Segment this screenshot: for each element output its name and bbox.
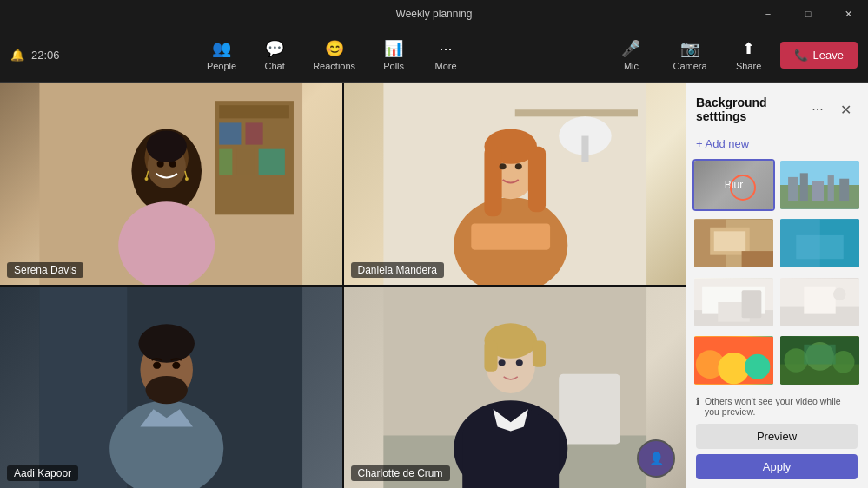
toolbar-reactions[interactable]: 😊 Reactions	[302, 34, 366, 76]
video-grid: Serena Davis	[0, 83, 686, 488]
toolbar-mic[interactable]: 🎤 Mic	[606, 34, 655, 76]
colorful-preview	[694, 336, 773, 385]
svg-point-35	[138, 324, 195, 362]
bg-option-blur[interactable]: Blur	[692, 159, 775, 211]
toolbar-camera[interactable]: 📷 Camera	[662, 34, 717, 76]
name-tag-serena: Serena Davis	[7, 262, 83, 278]
info-text: Others won't see your video while you pr…	[705, 396, 858, 417]
close-button[interactable]: ✕	[828, 0, 868, 28]
svg-point-29	[514, 163, 521, 169]
info-icon: ℹ	[696, 396, 699, 406]
panel-footer: ℹ Others won't see your video while you …	[686, 389, 868, 488]
add-new-button[interactable]: + Add new	[686, 132, 868, 159]
toolbar-share[interactable]: ⬆ Share	[725, 34, 773, 76]
chat-label: Chat	[265, 61, 285, 71]
blur-preview: Blur	[694, 161, 773, 209]
svg-rect-7	[259, 149, 285, 175]
panel-close-button[interactable]: ✕	[833, 97, 858, 122]
name-tag-charlotte: Charlotte de Crum	[351, 465, 450, 481]
notification-icon: 🔔	[10, 49, 24, 62]
svg-rect-27	[527, 147, 545, 213]
mic-label: Mic	[624, 61, 639, 71]
toolbar-people[interactable]: 👥 People	[196, 34, 247, 76]
more-icon: ···	[440, 40, 453, 58]
self-avatar: 👤	[637, 439, 675, 478]
office1-preview	[694, 219, 773, 267]
aadi-video	[0, 287, 342, 488]
bg-option-minimalist[interactable]	[779, 276, 861, 328]
maximize-button[interactable]: □	[788, 0, 828, 28]
bg-option-garden[interactable]	[779, 334, 861, 386]
window-title: Weekly planning	[396, 8, 473, 20]
svg-rect-5	[219, 149, 232, 175]
toolbar: 🔔 22:06 👥 People 💬 Chat 😊 Reactions 📊 Po…	[0, 28, 868, 83]
toolbar-left: 🔔 22:06	[10, 49, 60, 62]
info-row: ℹ Others won't see your video while you …	[696, 396, 858, 417]
name-tag-aadi: Aadi Kapoor	[7, 465, 78, 481]
svg-point-28	[499, 163, 506, 169]
leave-button[interactable]: 📞 Leave	[780, 42, 858, 69]
background-settings-panel: Background setttings ··· ✕ + Add new Blu…	[686, 83, 868, 488]
svg-point-76	[718, 353, 749, 384]
panel-more-button[interactable]: ···	[805, 97, 830, 122]
title-bar: Weekly planning − □ ✕	[0, 0, 868, 28]
panel-title: Background setttings	[696, 96, 805, 123]
bg-option-office2[interactable]	[779, 217, 861, 269]
bg-option-office1[interactable]	[692, 217, 775, 269]
daniela-video	[344, 83, 686, 285]
apply-button[interactable]: Apply	[696, 454, 858, 479]
svg-point-73	[833, 287, 846, 300]
window-controls: − □ ✕	[748, 0, 868, 28]
background-grid: Blur	[686, 159, 868, 389]
svg-rect-52	[800, 173, 808, 201]
people-icon: 👥	[212, 39, 231, 58]
svg-rect-60	[742, 251, 773, 267]
svg-rect-2	[219, 105, 289, 118]
chat-icon: 💬	[265, 39, 284, 58]
svg-rect-46	[532, 341, 545, 367]
toolbar-more[interactable]: ··· More	[421, 35, 470, 76]
serena-video	[0, 83, 342, 285]
svg-rect-69	[742, 290, 762, 318]
city-preview	[780, 161, 859, 209]
svg-rect-30	[471, 223, 550, 249]
svg-rect-51	[788, 177, 798, 201]
video-cell-serena: Serena Davis	[0, 83, 342, 285]
svg-point-47	[498, 359, 505, 366]
svg-point-18	[185, 177, 189, 181]
polls-icon: 📊	[384, 39, 403, 58]
svg-point-36	[145, 376, 187, 404]
toolbar-polls[interactable]: 📊 Polls	[369, 34, 418, 76]
svg-rect-41	[559, 374, 620, 445]
camera-label: Camera	[673, 61, 706, 71]
reactions-label: Reactions	[313, 61, 355, 71]
garden-preview	[780, 336, 859, 385]
svg-rect-45	[484, 341, 497, 372]
svg-rect-26	[484, 147, 501, 217]
toolbar-chat[interactable]: 💬 Chat	[250, 34, 299, 76]
svg-point-14	[147, 130, 187, 162]
white-room-preview	[694, 278, 773, 326]
main-content: Serena Davis	[0, 83, 868, 488]
leave-phone-icon: 📞	[794, 49, 808, 62]
more-label: More	[435, 61, 457, 71]
video-cell-daniela: Daniela Mandera	[344, 83, 686, 285]
preview-button[interactable]: Preview	[696, 424, 858, 449]
panel-header: Background setttings ··· ✕	[686, 83, 868, 132]
self-avatar-initials: 👤	[649, 452, 664, 465]
svg-rect-6	[236, 149, 254, 175]
svg-rect-54	[828, 175, 834, 201]
cursor-indicator	[730, 175, 756, 201]
svg-point-82	[832, 351, 854, 373]
reactions-icon: 😊	[325, 39, 344, 58]
svg-point-37	[153, 362, 161, 369]
bg-option-white-room[interactable]	[692, 276, 775, 328]
svg-point-38	[172, 362, 180, 369]
svg-rect-64	[796, 235, 844, 259]
bg-option-city[interactable]	[779, 159, 861, 211]
svg-rect-83	[804, 345, 835, 365]
bg-option-colorful[interactable]	[692, 334, 775, 386]
share-icon: ⬆	[742, 39, 755, 58]
add-new-label: + Add new	[696, 137, 749, 150]
minimize-button[interactable]: −	[748, 0, 788, 28]
